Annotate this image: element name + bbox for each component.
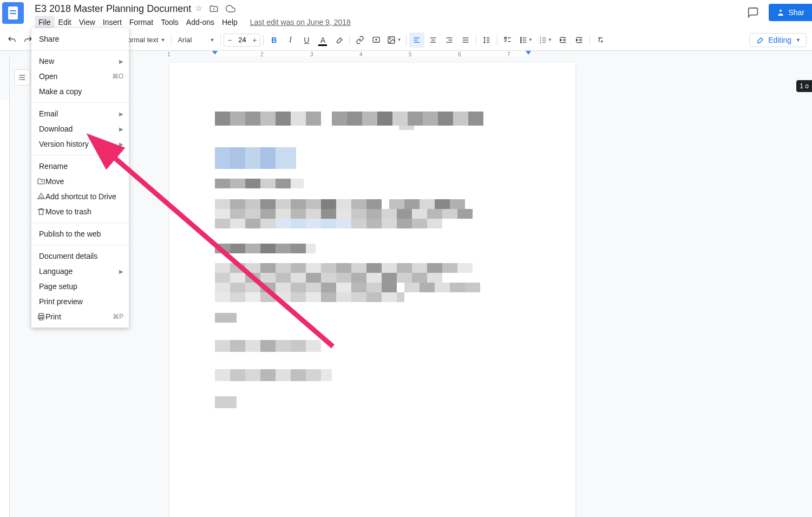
bold-button[interactable]: B: [266, 32, 281, 48]
line-spacing-button[interactable]: [479, 32, 494, 48]
clear-formatting-button[interactable]: [593, 32, 608, 48]
outline-toggle-button[interactable]: [14, 69, 30, 86]
svg-point-40: [19, 77, 19, 78]
menu-help[interactable]: Help: [218, 16, 241, 29]
chevron-down-icon: ▼: [160, 37, 165, 43]
shortcut-label: ⌘O: [112, 73, 123, 80]
svg-point-0: [780, 10, 782, 12]
menu-file[interactable]: File: [35, 16, 55, 29]
menu-insert[interactable]: Insert: [99, 16, 126, 29]
text-color-button[interactable]: A: [315, 32, 330, 48]
file-page-setup[interactable]: Page setup: [31, 279, 129, 294]
right-indent-marker[interactable]: [526, 51, 531, 55]
document-page[interactable]: [169, 63, 575, 517]
docs-app-icon[interactable]: [2, 2, 24, 24]
menu-view[interactable]: View: [75, 16, 99, 29]
align-left-button[interactable]: [409, 32, 424, 48]
file-new[interactable]: New▶: [31, 54, 129, 69]
font-select[interactable]: Arial ▼: [174, 33, 218, 47]
file-doc-details[interactable]: Document details: [31, 248, 129, 264]
file-add-shortcut[interactable]: Add shortcut to Drive: [31, 189, 129, 204]
svg-point-17: [520, 37, 521, 38]
indent-decrease-button[interactable]: [555, 32, 571, 48]
page-indicator: 1 o: [796, 80, 812, 92]
editing-mode-label: Editing: [768, 36, 791, 44]
undo-button[interactable]: [4, 32, 19, 48]
checklist-button[interactable]: [500, 32, 515, 48]
file-print[interactable]: Print⌘P: [31, 309, 129, 324]
chevron-right-icon: ▶: [119, 141, 123, 147]
share-button-label: Shar: [788, 8, 804, 17]
insert-comment-button[interactable]: [369, 32, 384, 48]
chevron-down-icon: ▼: [209, 37, 214, 43]
file-menu-dropdown: Share New▶ Open⌘O Make a copy Email▶ Dow…: [31, 28, 129, 328]
chevron-right-icon: ▶: [119, 111, 123, 117]
editing-mode-button[interactable]: Editing ▼: [749, 33, 807, 47]
font-label: Arial: [178, 36, 192, 44]
document-canvas[interactable]: [10, 56, 812, 517]
insert-image-button[interactable]: ▼: [385, 32, 403, 48]
chevron-right-icon: ▶: [119, 126, 123, 132]
menu-format[interactable]: Format: [126, 16, 157, 29]
comment-history-icon[interactable]: [744, 3, 762, 22]
insert-link-button[interactable]: [352, 32, 368, 48]
font-size-group: − +: [224, 34, 260, 47]
italic-button[interactable]: I: [283, 32, 298, 48]
svg-point-41: [19, 80, 19, 80]
align-justify-button[interactable]: [458, 32, 473, 48]
bulleted-list-button[interactable]: ▼: [516, 32, 535, 48]
underline-button[interactable]: U: [299, 32, 314, 48]
indent-increase-button[interactable]: [572, 32, 587, 48]
numbered-list-button[interactable]: 123▼: [536, 32, 554, 48]
svg-point-3: [390, 38, 391, 39]
align-center-button[interactable]: [425, 32, 441, 48]
chevron-down-icon: ▼: [796, 37, 801, 43]
font-size-input[interactable]: [235, 36, 249, 44]
font-size-increase[interactable]: +: [249, 34, 260, 46]
svg-text:3: 3: [540, 41, 541, 44]
svg-point-19: [520, 42, 521, 43]
menubar: File Edit View Insert Format Tools Add-o…: [35, 16, 351, 29]
menu-edit[interactable]: Edit: [55, 16, 75, 29]
align-right-button[interactable]: [442, 32, 457, 48]
chevron-right-icon: ▶: [119, 58, 123, 64]
file-language[interactable]: Language▶: [31, 264, 129, 279]
file-email[interactable]: Email▶: [31, 106, 129, 121]
highlight-button[interactable]: [331, 32, 346, 48]
file-rename[interactable]: Rename: [31, 159, 129, 174]
file-move-to-trash[interactable]: Move to trash: [31, 204, 129, 219]
svg-point-18: [520, 40, 521, 41]
vertical-ruler[interactable]: [0, 56, 10, 517]
shortcut-label: ⌘P: [113, 313, 123, 320]
file-make-copy[interactable]: Make a copy: [31, 84, 129, 99]
document-title[interactable]: E3 2018 Master Planning Document: [35, 3, 191, 15]
font-size-decrease[interactable]: −: [224, 34, 235, 46]
svg-rect-16: [505, 37, 506, 38]
file-download[interactable]: Download▶: [31, 121, 129, 136]
move-folder-icon[interactable]: [209, 4, 219, 14]
menu-tools[interactable]: Tools: [157, 16, 182, 29]
file-open[interactable]: Open⌘O: [31, 69, 129, 84]
last-edit-link[interactable]: Last edit was on June 9, 2018: [250, 18, 351, 27]
file-version-history[interactable]: Version history▶: [31, 136, 129, 152]
star-icon[interactable]: ☆: [195, 4, 202, 14]
file-print-preview[interactable]: Print preview: [31, 294, 129, 309]
left-indent-marker[interactable]: [212, 51, 218, 55]
file-publish[interactable]: Publish to the web: [31, 226, 129, 241]
file-move[interactable]: Move: [31, 174, 129, 189]
chevron-right-icon: ▶: [119, 269, 123, 274]
file-share[interactable]: Share: [31, 31, 129, 47]
menu-addons[interactable]: Add-ons: [182, 16, 218, 29]
share-button[interactable]: Shar: [769, 4, 812, 21]
cloud-status-icon[interactable]: [225, 4, 236, 14]
